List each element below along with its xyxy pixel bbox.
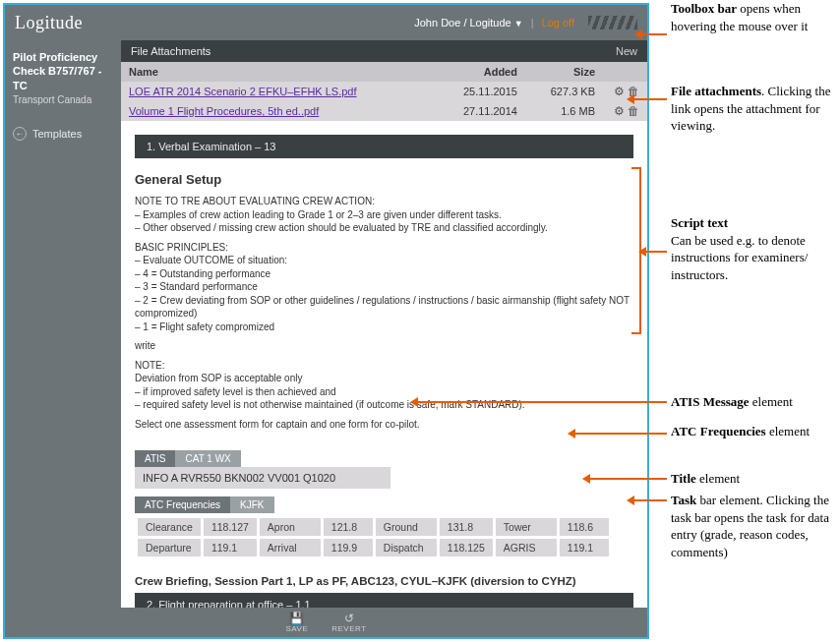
callout-toolbox: Toolbox bar opens when hovering the mous… [671,0,840,34]
bottom-bar: 💾SAVE ↺REVERT [5,608,647,637]
callout-script: Script textCan be used e.g. to denote in… [671,214,840,283]
tab-kjfk[interactable]: KJFK [230,496,273,513]
atc-frequencies-table: Clearance118.127 Apron121.8 Ground131.8 … [135,515,612,559]
revert-icon: ↺ [344,613,355,624]
callout-atc: ATC Frequencies element [671,423,840,440]
arrow-icon [630,499,667,501]
attachment-link[interactable]: Volume 1 Flight Procedures, 5th ed..pdf [129,105,319,117]
atc-tabs: ATC Frequencies KJFK [135,496,274,513]
app-window: Logitude John Doe / Logitude ▼ | Log off… [3,3,649,639]
arrow-icon [637,33,667,35]
arrow-icon [570,433,667,435]
task-bar-verbal-exam[interactable]: 1. Verbal Examination – 13 [135,135,633,158]
atis-tabs: ATIS CAT 1 WX [135,450,241,467]
tab-atis[interactable]: ATIS [135,450,175,467]
back-arrow-icon: ← [13,127,27,141]
trash-icon[interactable]: 🗑 [628,104,639,118]
logoff-link[interactable]: Log off [542,17,574,29]
table-row: LOE ATR 2014 Scenario 2 EFKU–EFHK LS.pdf… [121,82,647,101]
project-subtitle: Transport Canada [13,94,113,105]
crew-briefing-title: Crew Briefing, Session Part 1, LP as PF,… [135,575,633,587]
chevron-down-icon: ▼ [514,19,523,29]
callout-files: File attachments. Clicking the link open… [671,83,840,135]
col-name: Name [121,62,435,82]
general-setup-heading: General Setup [135,172,633,187]
callout-title: Title element [671,470,840,488]
revert-button[interactable]: ↺REVERT [331,613,366,633]
tab-cat1wx[interactable]: CAT 1 WX [175,450,240,467]
attachments-table: Name Added Size LOE ATR 2014 Scenario 2 … [121,62,647,121]
atis-message-box: INFO A RVR550 BKN002 VV001 Q1020 [135,467,390,489]
user-menu[interactable]: John Doe / Logitude ▼ [414,17,522,29]
callout-atis: ATIS Message element [671,393,840,411]
sidebar: Pilot Proficiency Check B757/767 - TC Tr… [5,40,121,608]
arrow-icon [585,478,667,480]
project-title: Pilot Proficiency Check B757/767 - TC [13,50,113,92]
task-bar-flight-prep[interactable]: 2. Flight preparation at office – 1.1 [135,593,633,608]
script-text: NOTE TO TRE ABOUT EVALUATING CREW ACTION… [135,195,633,431]
divider: | [531,17,534,29]
attachments-new-link[interactable]: New [616,45,637,57]
sidebar-templates-link[interactable]: ← Templates [13,127,113,141]
col-added: Added [435,62,525,82]
save-icon: 💾 [289,613,305,624]
attachment-link[interactable]: LOE ATR 2014 Scenario 2 EFKU–EFHK LS.pdf [129,86,357,97]
arrow-icon [413,401,667,403]
col-size: Size [525,62,603,82]
main-content: File Attachments New Name Added Size LOE… [121,40,647,608]
file-attachments-header: File Attachments New [121,40,647,62]
toolbox-bar-icon[interactable] [588,16,637,29]
callout-task: Task bar element. Clicking the task bar … [671,492,840,560]
brand-logo: Logitude [15,13,83,33]
gear-icon[interactable]: ⚙ [614,104,625,118]
arrow-icon [630,98,667,100]
top-bar: Logitude John Doe / Logitude ▼ | Log off [5,5,647,40]
arrow-icon [641,251,667,253]
table-row: Volume 1 Flight Procedures, 5th ed..pdf … [121,101,647,121]
save-button[interactable]: 💾SAVE [285,613,308,633]
tab-atc-freq[interactable]: ATC Frequencies [135,496,230,513]
